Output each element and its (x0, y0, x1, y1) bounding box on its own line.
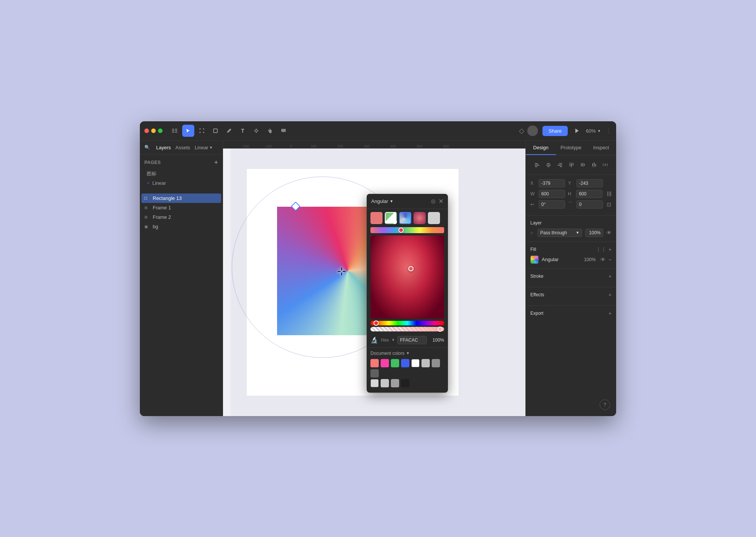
cp-type-linear[interactable] (385, 212, 397, 224)
doc-swatch[interactable] (381, 379, 389, 387)
cp-title[interactable]: Angular ▼ (371, 198, 393, 204)
close-button[interactable] (144, 128, 149, 133)
cp-close-button[interactable]: ✕ (438, 198, 443, 205)
doc-swatch[interactable] (401, 359, 409, 367)
svg-rect-15 (535, 163, 538, 164)
doc-swatch[interactable] (391, 359, 399, 367)
comment-tool-button[interactable] (277, 125, 290, 137)
page-item-linear[interactable]: ✓ Linear (144, 179, 218, 187)
corner-input[interactable]: 0 (576, 200, 603, 209)
doc-swatch[interactable] (370, 379, 379, 387)
cp-type-radial[interactable] (414, 212, 426, 224)
add-stroke-button[interactable]: + (609, 273, 612, 279)
cp-doc-title[interactable]: Document colors ▼ (370, 351, 444, 356)
add-page-button[interactable]: + (214, 159, 218, 166)
rotation-input[interactable]: 0° (539, 200, 565, 209)
hex-dropdown-icon[interactable]: ▼ (391, 338, 395, 342)
cp-type-image[interactable] (428, 212, 440, 224)
cp-hue-handle[interactable] (373, 320, 379, 326)
shape-tool-button[interactable] (209, 125, 222, 137)
layer-bg[interactable]: ▣ bg 〜 (141, 222, 221, 231)
page-item-icon[interactable]: 图标 (144, 169, 218, 179)
rotation-row: ↩ 0° ⌒ 0 ⊡ (530, 200, 612, 209)
cp-alpha-bar[interactable] (370, 327, 444, 331)
constrain-proportions-button[interactable]: ⛓ (606, 191, 612, 197)
doc-swatch[interactable] (381, 359, 389, 367)
cp-type-solid[interactable] (370, 212, 383, 224)
align-center-v-button[interactable] (578, 160, 587, 170)
gradient-handle-top[interactable] (291, 201, 300, 211)
doc-swatch[interactable] (370, 359, 379, 367)
hex-input[interactable]: FFACAC (397, 336, 427, 344)
doc-swatch[interactable] (370, 369, 379, 378)
cp-gradient-bar[interactable] (370, 227, 444, 233)
tab-design[interactable]: Design (526, 141, 556, 155)
eyedropper-icon[interactable]: 🔬 (370, 336, 378, 344)
visibility-toggle[interactable]: 👁 (606, 230, 612, 236)
align-left-button[interactable] (532, 160, 542, 170)
layer-frame2[interactable]: ⊞ Frame 2 〜 (141, 212, 221, 222)
text-tool-button[interactable]: T (237, 125, 249, 137)
tab-prototype[interactable]: Prototype (556, 141, 586, 155)
doc-swatch[interactable] (401, 379, 409, 387)
doc-swatch[interactable] (421, 359, 430, 367)
y-input[interactable]: -243 (576, 179, 603, 187)
align-right-button[interactable] (555, 160, 565, 170)
breadcrumb[interactable]: Linear ▼ (195, 145, 213, 150)
align-center-h-button[interactable] (544, 160, 553, 170)
fill-opacity-value[interactable]: 100% (584, 257, 596, 262)
doc-swatch[interactable] (432, 359, 440, 367)
cp-settings-icon[interactable]: ◎ (431, 198, 435, 204)
ruler-horizontal: -200 -100 0 100 200 300 400 500 600 (223, 141, 525, 149)
add-fill-button[interactable]: + (609, 246, 612, 252)
select-tool-button[interactable] (182, 125, 194, 137)
fill-type-label[interactable]: Angular (542, 257, 581, 262)
layer-rectangle13[interactable]: □ Rectangle 13 (141, 193, 221, 203)
remove-fill-button[interactable]: − (609, 257, 612, 263)
play-button[interactable] (571, 125, 583, 137)
align-top-button[interactable] (566, 160, 576, 170)
canvas-area[interactable]: -200 -100 0 100 200 300 400 500 600 (223, 141, 525, 416)
distribute-h-button[interactable] (600, 160, 610, 170)
add-export-button[interactable]: + (609, 310, 612, 316)
align-bottom-button[interactable] (589, 160, 599, 170)
doc-swatch[interactable] (411, 359, 420, 367)
cp-alpha-handle[interactable] (437, 327, 443, 332)
more-options-icon[interactable]: ⋮ (606, 127, 612, 135)
expand-corners-button[interactable]: ⊡ (607, 201, 611, 207)
h-input[interactable]: 600 (576, 190, 603, 198)
fill-visibility-icon[interactable]: 👁 (600, 257, 606, 263)
svg-rect-23 (559, 163, 562, 164)
minimize-button[interactable] (151, 128, 156, 133)
x-input[interactable]: -379 (539, 179, 565, 187)
zoom-control[interactable]: 60% ▼ (586, 128, 601, 134)
hand-tool-button[interactable] (264, 125, 276, 137)
w-input[interactable]: 600 (539, 190, 565, 198)
search-icon[interactable]: 🔍 (144, 145, 150, 150)
doc-swatch[interactable] (391, 379, 399, 387)
ruler-mark-h: 400 (390, 144, 396, 148)
cp-type-angular[interactable] (399, 212, 411, 224)
fill-grid-icon[interactable]: ⋮⋮ (596, 246, 606, 252)
assets-tab[interactable]: Assets (175, 144, 190, 151)
add-effect-button[interactable]: + (609, 292, 612, 298)
tab-inspect[interactable]: Inspect (586, 141, 616, 155)
pen-tool-button[interactable] (223, 125, 235, 137)
maximize-button[interactable] (158, 128, 163, 133)
cp-selector-dot[interactable] (408, 266, 414, 271)
layer-frame1[interactable]: ⊞ Frame 1 〜 (141, 203, 221, 212)
diamond-icon[interactable]: ◇ (519, 127, 524, 135)
opacity-input[interactable]: 100% (585, 229, 603, 237)
share-button[interactable]: Share (542, 126, 568, 136)
cp-hue-bar[interactable] (370, 321, 444, 325)
fill-color-swatch[interactable] (530, 255, 539, 264)
menu-tool-button[interactable] (169, 125, 181, 137)
blend-mode-select[interactable]: Pass through ▼ (538, 229, 582, 237)
layers-tab[interactable]: Layers (156, 144, 171, 151)
frame-tool-button[interactable] (196, 125, 208, 137)
cp-color-area[interactable] (370, 235, 444, 319)
component-tool-button[interactable] (250, 125, 262, 137)
opacity-input[interactable]: 100% (429, 337, 444, 343)
help-button[interactable]: ? (600, 399, 610, 410)
cp-gradient-handle[interactable] (398, 227, 404, 233)
